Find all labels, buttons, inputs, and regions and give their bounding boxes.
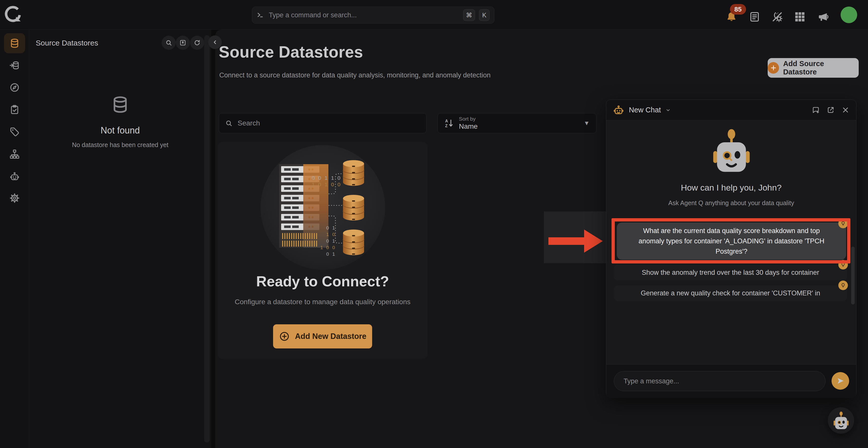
datastore-search-box[interactable] <box>219 113 427 133</box>
database-icon <box>9 38 20 49</box>
lightbulb-icon <box>838 281 848 290</box>
chat-greeting-subtitle: Ask Agent Q anything about your data qua… <box>606 199 856 207</box>
svg-text:Z: Z <box>445 124 447 128</box>
chevron-left-icon <box>212 39 218 45</box>
gear-icon <box>9 193 20 203</box>
open-in-new-icon[interactable] <box>827 106 835 114</box>
chat-title: New Chat <box>629 106 661 114</box>
empty-state-subtitle: No datastore has been created yet <box>29 141 211 149</box>
panel-scrollbar[interactable] <box>204 35 210 443</box>
lightbulb-icon <box>838 260 848 269</box>
sort-az-icon: A Z <box>444 119 454 128</box>
sidebar-item-settings[interactable] <box>4 188 25 208</box>
sort-dropdown[interactable]: A Z Sort by Name ▼ <box>437 113 596 133</box>
clipboard-check-icon <box>9 104 20 115</box>
binary-text: 0 0 1 1 0 <box>312 175 341 181</box>
apps-grid-icon[interactable] <box>794 11 806 23</box>
refresh-icon <box>194 39 200 46</box>
search-icon <box>225 120 232 127</box>
panel-bookmark-icon <box>179 39 186 46</box>
collapse-panel-button[interactable] <box>208 35 222 49</box>
theme-toggle-icon[interactable] <box>771 11 783 23</box>
chat-scrollbar[interactable] <box>851 247 855 305</box>
announcements-icon[interactable] <box>817 11 829 23</box>
ready-to-connect-card: 0 0 1 1 0 1 0 1 0 0 0 1 1 0 0 1 1 0 0 0 … <box>218 142 428 359</box>
empty-state: Not found No datastore has been created … <box>29 95 211 149</box>
add-source-datastore-button[interactable]: Add Source Datastore <box>768 58 859 78</box>
robot-icon <box>9 171 20 182</box>
top-bar: ⌘ K 85 <box>0 0 868 30</box>
app-root: ⌘ K 85 <box>0 0 868 448</box>
agent-chat-fab[interactable] <box>828 407 854 434</box>
command-input[interactable] <box>268 11 459 19</box>
command-bar[interactable]: ⌘ K <box>252 6 494 24</box>
agent-chat-panel: New Chat How can I help you, John? Ask A… <box>606 100 857 398</box>
chevron-down-icon[interactable] <box>665 107 671 113</box>
robot-face-icon <box>833 412 849 430</box>
compass-icon <box>9 82 20 93</box>
robot-icon <box>613 104 624 116</box>
binary-text: 1 0 <box>327 232 336 237</box>
add-new-datastore-button[interactable]: Add New Datastore <box>273 324 372 348</box>
tag-icon <box>9 126 20 137</box>
binary-text: 0 1 <box>327 251 336 257</box>
suggestion-chip-3[interactable]: Generate a new quality check for contain… <box>614 285 847 301</box>
plus-icon <box>768 62 779 74</box>
database-import-icon <box>9 60 20 71</box>
sort-by-label: Sort by <box>459 116 579 122</box>
database-icon <box>111 95 130 114</box>
binary-text: 1 0 1 0 0 <box>312 182 341 187</box>
empty-state-title: Not found <box>29 125 211 136</box>
release-notes-icon[interactable] <box>749 11 761 23</box>
panel-bookmark-button[interactable] <box>176 36 190 50</box>
q-logo-icon[interactable] <box>4 5 23 24</box>
sidebar-item-hierarchy[interactable] <box>4 144 25 164</box>
annotation-arrow-patch <box>544 212 606 263</box>
panel-title: Source Datastores <box>36 39 98 47</box>
message-input[interactable] <box>623 377 816 385</box>
agent-robot-illustration <box>713 129 750 173</box>
new-chat-icon[interactable] <box>812 106 820 114</box>
chat-header: New Chat <box>606 100 856 121</box>
send-icon <box>836 377 845 385</box>
suggestion-chip-2[interactable]: Show the anomaly trend over the last 30 … <box>614 265 847 280</box>
sort-value: Name <box>459 122 579 130</box>
notification-count-badge: 85 <box>730 4 746 14</box>
sidebar-item-enrichment-datastores[interactable] <box>4 55 25 75</box>
sidebar-item-explore[interactable] <box>4 77 25 98</box>
binary-text: 1 0 0 <box>320 245 336 250</box>
datastore-search-input[interactable] <box>237 119 420 127</box>
sidebar-item-checks[interactable] <box>4 100 25 120</box>
shortcut-cmd-key: ⌘ <box>463 9 475 21</box>
terminal-prompt-icon <box>257 11 264 19</box>
chat-greeting: How can I help you, John? <box>606 183 856 193</box>
annotation-arrow <box>544 212 606 263</box>
shortcut-k-key: K <box>479 9 490 21</box>
user-avatar[interactable] <box>841 6 857 23</box>
message-input-box[interactable] <box>614 371 826 391</box>
sidebar-item-agent[interactable] <box>4 166 25 187</box>
sidebar-item-source-datastores[interactable] <box>4 33 25 53</box>
lightbulb-icon <box>838 219 848 228</box>
send-button[interactable] <box>832 372 849 390</box>
datastore-list-panel: Source Datastores Not found No datastore… <box>29 30 211 448</box>
card-subtitle: Configure a datastore to manage data qua… <box>218 298 428 306</box>
suggestion-chip-1[interactable]: What are the current data quality score … <box>617 223 846 260</box>
page-subtitle: Connect to a source datastore for data q… <box>219 71 491 79</box>
sidebar-item-tags[interactable] <box>4 122 25 142</box>
svg-text:A: A <box>445 119 448 123</box>
datastore-illustration: 0 0 1 1 0 1 0 1 0 0 0 1 1 0 0 1 1 0 0 0 … <box>257 145 388 273</box>
sidebar-nav <box>0 30 29 448</box>
panel-refresh-button[interactable] <box>190 36 204 50</box>
hierarchy-icon <box>9 149 20 159</box>
circle-plus-icon <box>279 331 290 342</box>
close-icon[interactable] <box>841 106 850 114</box>
card-title: Ready to Connect? <box>218 273 428 290</box>
binary-text: 0 1 <box>327 225 336 230</box>
add-source-datastore-label: Add Source Datastore <box>783 60 859 76</box>
binary-text: 0 1 <box>327 238 336 244</box>
panel-search-button[interactable] <box>162 36 176 50</box>
search-icon <box>165 39 172 46</box>
chat-footer <box>606 364 856 398</box>
add-new-datastore-label: Add New Datastore <box>295 332 366 341</box>
